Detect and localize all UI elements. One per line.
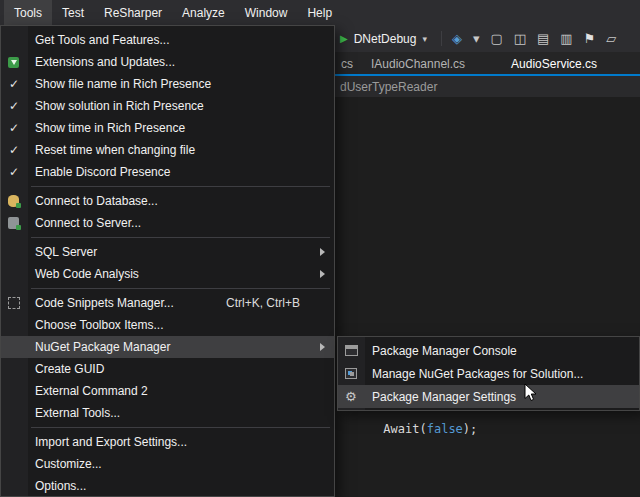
menu-item-label: Connect to Database... [35, 194, 158, 208]
database-icon [8, 190, 19, 212]
start-debug-button[interactable]: ▶ DNetDebug ▾ [340, 32, 427, 46]
checkmark-icon: ✓ [9, 95, 19, 117]
menu-item-show-time-rich-presence[interactable]: ✓ Show time in Rich Presence [1, 117, 334, 139]
chevron-down-icon[interactable]: ▾ [473, 32, 480, 45]
mouse-cursor [524, 383, 538, 403]
menu-separator [31, 288, 330, 289]
menu-analyze[interactable]: Analyze [172, 0, 235, 25]
menu-item-choose-toolbox-items[interactable]: Choose Toolbox Items... [1, 314, 334, 336]
menu-item-external-tools[interactable]: External Tools... [1, 402, 334, 424]
submenu-arrow-icon [320, 248, 325, 256]
find-icon[interactable]: ◈ [452, 32, 462, 45]
submenu-arrow-icon [320, 270, 325, 278]
code-token: ); [463, 422, 477, 436]
submenu-item-package-manager-settings[interactable]: ⚙ Package Manager Settings [338, 385, 639, 408]
menu-item-label: Connect to Server... [35, 216, 141, 230]
menu-item-sql-server[interactable]: SQL Server [1, 241, 334, 263]
menu-item-label: NuGet Package Manager [35, 340, 170, 354]
console-icon [345, 339, 358, 362]
submenu-item-manage-nuget-packages[interactable]: Manage NuGet Packages for Solution... [338, 362, 639, 385]
tab-iaudiochannel[interactable]: IAudioChannel.cs [368, 57, 468, 71]
submenu-item-package-manager-console[interactable]: Package Manager Console [338, 339, 639, 362]
packages-icon [345, 362, 357, 385]
menu-item-extensions-and-updates[interactable]: Extensions and Updates... [1, 51, 334, 73]
menu-help[interactable]: Help [297, 0, 342, 25]
menu-resharper[interactable]: ReSharper [94, 0, 172, 25]
menu-item-label: External Command 2 [35, 384, 148, 398]
menu-item-label: SQL Server [35, 245, 97, 259]
toolbar-separator [441, 31, 442, 46]
checkmark-icon: ✓ [9, 161, 19, 183]
menu-item-create-guid[interactable]: Create GUID [1, 358, 334, 380]
menu-item-label: Web Code Analysis [35, 267, 139, 281]
menu-item-label: Create GUID [35, 362, 104, 376]
tab-partial[interactable]: cs [338, 57, 356, 71]
menu-item-enable-discord-presence[interactable]: ✓ Enable Discord Presence [1, 161, 334, 183]
tools-dropdown-menu: Get Tools and Features... Extensions and… [0, 25, 335, 497]
play-icon: ▶ [340, 33, 348, 44]
menu-item-code-snippets-manager[interactable]: Code Snippets Manager... Ctrl+K, Ctrl+B [1, 292, 334, 314]
tab-audioservice[interactable]: AudioService.cs [508, 57, 600, 71]
submenu-item-label: Manage NuGet Packages for Solution... [372, 367, 583, 381]
menu-tools[interactable]: Tools [4, 0, 52, 25]
menu-test[interactable]: Test [52, 0, 94, 25]
code-line: Await(false); [340, 408, 477, 450]
checkmark-icon: ✓ [9, 117, 19, 139]
menu-item-label: Extensions and Updates... [35, 55, 175, 69]
menu-item-label: Enable Discord Presence [35, 165, 170, 179]
server-icon [8, 212, 19, 234]
menu-item-label: Choose Toolbox Items... [35, 318, 164, 332]
code-token-keyword: false [427, 422, 463, 436]
chevron-down-icon: ▾ [422, 34, 427, 44]
menu-item-label: Options... [35, 479, 86, 493]
menu-separator [31, 186, 330, 187]
submenu-item-label: Package Manager Settings [372, 390, 516, 404]
gear-icon: ⚙ [345, 385, 357, 408]
submenu-item-label: Package Manager Console [372, 344, 517, 358]
split-icon[interactable]: ◫ [514, 32, 526, 45]
menu-item-label: Show time in Rich Presence [35, 121, 185, 135]
checkmark-icon: ✓ [9, 73, 19, 95]
menu-item-reset-time-when-changing-file[interactable]: ✓ Reset time when changing file [1, 139, 334, 161]
menu-item-label: Import and Export Settings... [35, 435, 187, 449]
menu-item-connect-to-database[interactable]: Connect to Database... [1, 190, 334, 212]
menu-item-show-file-name-rich-presence[interactable]: ✓ Show file name in Rich Presence [1, 73, 334, 95]
menu-item-shortcut: Ctrl+K, Ctrl+B [226, 296, 326, 310]
nuget-submenu: Package Manager Console Manage NuGet Pac… [337, 336, 640, 411]
menu-item-get-tools-and-features[interactable]: Get Tools and Features... [1, 29, 334, 51]
bookmark-icon[interactable]: ⚑ [584, 32, 596, 45]
menu-item-label: Customize... [35, 457, 102, 471]
submenu-arrow-icon [320, 343, 325, 351]
indent-guides-icon[interactable]: ▤ [537, 32, 549, 45]
menu-bar: Tools Test ReSharper Analyze Window Help [0, 0, 640, 25]
checkmark-icon: ✓ [9, 139, 19, 161]
menu-item-label: Show file name in Rich Presence [35, 77, 211, 91]
file-icon[interactable]: ▢ [490, 32, 502, 45]
menu-item-connect-to-server[interactable]: Connect to Server... [1, 212, 334, 234]
menu-item-label: Get Tools and Features... [35, 33, 170, 47]
menu-item-web-code-analysis[interactable]: Web Code Analysis [1, 263, 334, 285]
breadcrumb[interactable]: dUserTypeReader [340, 80, 437, 94]
menu-item-customize[interactable]: Customize... [1, 453, 334, 475]
menu-item-label: External Tools... [35, 406, 120, 420]
panel-icon[interactable]: ▱ [606, 32, 616, 45]
menu-item-label: Reset time when changing file [35, 143, 195, 157]
menu-item-label: Code Snippets Manager... [35, 296, 174, 310]
vs-window: Tools Test ReSharper Analyze Window Help… [0, 0, 640, 497]
snippets-icon [8, 292, 20, 314]
menu-item-options[interactable]: Options... [1, 475, 334, 497]
menu-window[interactable]: Window [235, 0, 298, 25]
menu-item-label: Show solution in Rich Presence [35, 99, 204, 113]
word-wrap-icon[interactable]: ▥ [560, 32, 572, 45]
menu-item-show-solution-rich-presence[interactable]: ✓ Show solution in Rich Presence [1, 95, 334, 117]
menu-item-nuget-package-manager[interactable]: NuGet Package Manager [1, 336, 334, 358]
menu-separator [31, 237, 330, 238]
extensions-icon [8, 51, 19, 73]
code-token: Await( [383, 422, 426, 436]
menu-item-import-export-settings[interactable]: Import and Export Settings... [1, 431, 334, 453]
menu-separator [31, 427, 330, 428]
debug-profile-label: DNetDebug [354, 32, 417, 46]
menu-item-external-command-2[interactable]: External Command 2 [1, 380, 334, 402]
